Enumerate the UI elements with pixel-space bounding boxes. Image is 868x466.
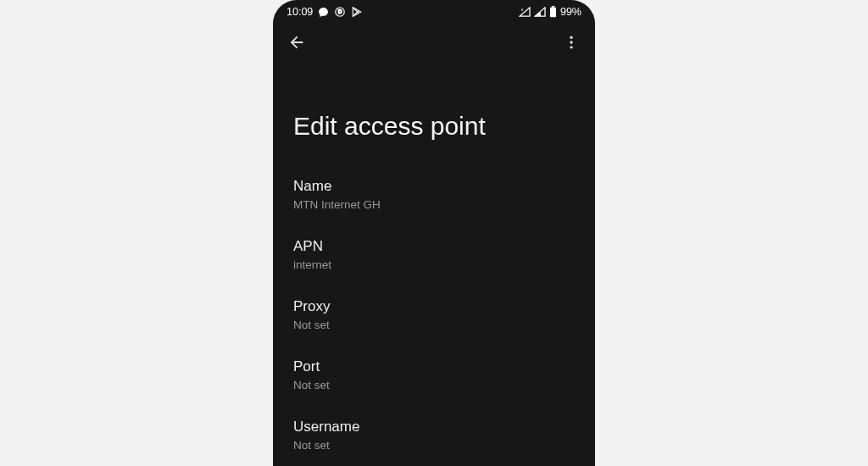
svg-point-9: [570, 46, 572, 48]
setting-item-name[interactable]: Name MTN Internet GH: [293, 168, 575, 228]
signal-x-icon: x: [519, 7, 531, 17]
page-title: Edit access point: [273, 64, 595, 168]
back-button[interactable]: [287, 34, 307, 54]
setting-item-proxy[interactable]: Proxy Not set: [293, 288, 575, 348]
svg-rect-6: [550, 8, 556, 17]
phone-frame: 10:09 D x 99%: [273, 0, 595, 466]
setting-value: Not set: [293, 439, 575, 452]
arrow-back-icon: [287, 33, 306, 55]
setting-item-port[interactable]: Port Not set: [293, 348, 575, 408]
overflow-menu-button[interactable]: [561, 34, 581, 54]
setting-value: Not set: [293, 379, 575, 391]
status-left: 10:09 D: [287, 6, 363, 18]
chat-bubble-icon: [318, 7, 329, 18]
setting-label: APN: [293, 238, 575, 255]
app-badge-icon: D: [334, 6, 346, 18]
setting-value: MTN Internet GH: [293, 198, 575, 211]
battery-percent: 99%: [560, 6, 581, 18]
signal-icon: [534, 7, 546, 17]
setting-label: Port: [293, 358, 575, 375]
battery-icon: [549, 6, 557, 18]
setting-value: Not set: [293, 319, 575, 331]
svg-rect-5: [552, 6, 555, 8]
settings-list: Name MTN Internet GH APN internet Proxy …: [273, 168, 595, 466]
setting-value: internet: [293, 258, 575, 271]
toolbar: [273, 24, 595, 64]
status-bar: 10:09 D x 99%: [273, 0, 595, 24]
setting-label: Proxy: [293, 298, 575, 315]
more-vert-icon: [563, 34, 580, 54]
setting-label: Name: [293, 178, 575, 195]
status-right: x 99%: [519, 6, 581, 18]
play-store-icon: [351, 6, 363, 18]
setting-item-username[interactable]: Username Not set: [293, 408, 575, 466]
setting-label: Username: [293, 419, 575, 435]
setting-item-apn[interactable]: APN internet: [293, 228, 575, 288]
svg-text:x: x: [521, 7, 524, 12]
status-time: 10:09: [287, 6, 313, 18]
svg-point-7: [570, 36, 572, 39]
svg-text:D: D: [338, 8, 342, 14]
svg-point-8: [570, 41, 572, 43]
